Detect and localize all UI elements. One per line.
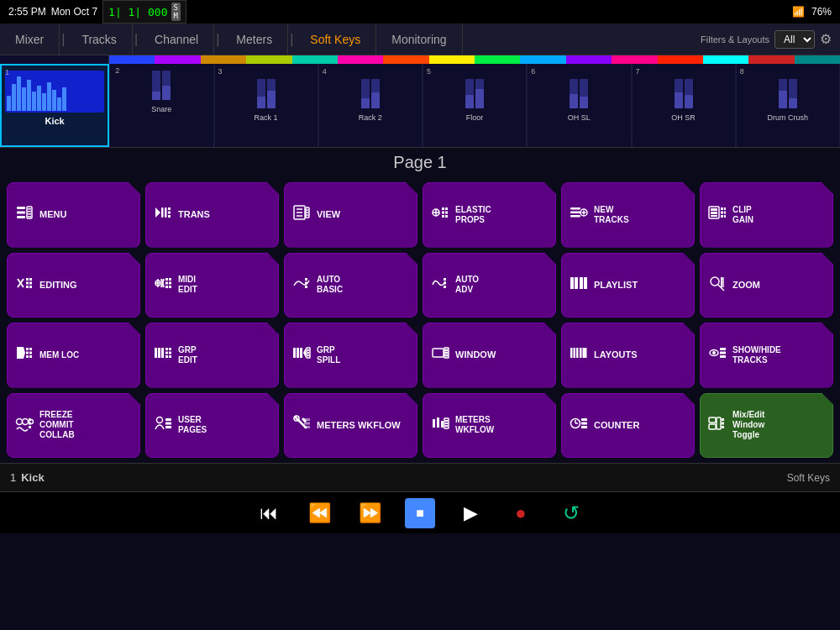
svg-rect-118 bbox=[583, 352, 586, 354]
gear-button[interactable]: ⚙ bbox=[820, 31, 832, 47]
svg-rect-159 bbox=[722, 426, 724, 428]
svg-rect-152 bbox=[581, 422, 587, 424]
softkey-show-hide-tracks[interactable]: SHOW/HIDETRACKS bbox=[700, 323, 833, 388]
bottom-track-name: Kick bbox=[21, 471, 44, 484]
svg-rect-32 bbox=[570, 212, 580, 214]
svg-rect-40 bbox=[711, 215, 717, 217]
softkey-grp-edit[interactable]: GRPEDIT bbox=[145, 323, 279, 388]
softkey-playlist[interactable]: PLAYLIST bbox=[561, 253, 695, 318]
softkey-menu[interactable]: MENU bbox=[7, 182, 140, 248]
svg-rect-51 bbox=[26, 286, 29, 288]
window-icon bbox=[430, 344, 450, 366]
svg-rect-62 bbox=[165, 286, 168, 288]
transport-rewind[interactable]: ⏪ bbox=[304, 498, 334, 528]
tab-monitoring[interactable]: Monitoring bbox=[376, 24, 462, 55]
channel-strip-floor[interactable]: 5 Floor bbox=[423, 64, 527, 147]
softkey-auto-adv[interactable]: AUTOADV bbox=[423, 253, 556, 318]
tab-channel[interactable]: Channel bbox=[139, 24, 214, 55]
channel-strip-rack1[interactable]: 3 Rack 1 bbox=[214, 64, 318, 147]
transport-loop[interactable]: ↺ bbox=[556, 498, 586, 528]
svg-rect-6 bbox=[28, 213, 31, 215]
softkey-clip-gain[interactable]: CLIPGAIN bbox=[700, 182, 833, 248]
transport-goto-start[interactable]: ⏮ bbox=[254, 498, 284, 528]
softkey-mix-edit-toggle[interactable]: Mix/EditWindowToggle bbox=[700, 393, 833, 459]
svg-rect-71 bbox=[444, 286, 446, 288]
softkey-layouts[interactable]: LAYOUTS bbox=[561, 323, 695, 388]
svg-rect-117 bbox=[583, 349, 586, 351]
sm-badge: SM bbox=[171, 3, 181, 21]
battery-indicator: 76% bbox=[811, 6, 832, 18]
svg-rect-70 bbox=[444, 281, 446, 284]
svg-rect-68 bbox=[305, 286, 307, 288]
softkey-meters-wkflow[interactable]: METERSWKFLOW bbox=[423, 393, 556, 459]
tab-tracks[interactable]: Tracks bbox=[66, 24, 132, 55]
softkey-auto-basic-label: AUTOBASIC bbox=[317, 275, 343, 295]
channel-number-kick: 1 bbox=[5, 68, 9, 76]
status-day: Mon Oct 7 bbox=[51, 6, 97, 18]
softkey-auto-basic[interactable]: AUTOBASIC bbox=[284, 253, 417, 318]
svg-rect-158 bbox=[722, 422, 724, 424]
svg-rect-9 bbox=[161, 207, 164, 218]
tab-meters[interactable]: Meters bbox=[221, 24, 288, 55]
softkey-counter-label: COUNTER bbox=[594, 420, 639, 431]
tab-mixer[interactable]: Mixer bbox=[0, 24, 60, 55]
softkey-midi-edit-label: MIDIEDIT bbox=[178, 275, 197, 295]
softkey-window[interactable]: WINDOW bbox=[423, 323, 556, 388]
svg-rect-105 bbox=[307, 354, 309, 356]
transport-fast-forward[interactable]: ⏩ bbox=[354, 498, 385, 528]
channel-strip-snare[interactable]: 2 Snare bbox=[109, 64, 213, 147]
svg-rect-157 bbox=[722, 418, 724, 421]
softkey-midi-edit[interactable]: MIDIEDIT bbox=[145, 253, 279, 318]
softkey-view-label: VIEW bbox=[317, 209, 340, 220]
softkey-new-tracks[interactable]: NEWTRACKS bbox=[561, 182, 695, 248]
svg-rect-2 bbox=[17, 216, 25, 218]
softkey-user-pages-label: USERPAGES bbox=[178, 415, 207, 435]
softkey-editing[interactable]: EDITING bbox=[7, 253, 140, 318]
svg-rect-44 bbox=[724, 207, 726, 210]
status-time: 2:55 PM bbox=[8, 6, 46, 18]
softkey-tools[interactable]: METERS WKFLOW bbox=[284, 393, 417, 459]
channel-strip-rack2[interactable]: 4 Rack 2 bbox=[318, 64, 423, 147]
svg-rect-130 bbox=[29, 426, 31, 428]
softkey-trans[interactable]: TRANS bbox=[145, 182, 279, 248]
svg-rect-4 bbox=[28, 208, 31, 210]
tab-softkeys[interactable]: Soft Keys bbox=[295, 24, 376, 55]
channel-strip-ohsl[interactable]: 6 OH SL bbox=[527, 64, 631, 147]
svg-rect-25 bbox=[442, 207, 444, 210]
softkey-zoom[interactable]: ZOOM bbox=[700, 253, 833, 318]
svg-rect-109 bbox=[445, 349, 448, 351]
new-tracks-icon bbox=[569, 203, 589, 226]
channel-number-2: 2 bbox=[115, 66, 119, 75]
svg-marker-82 bbox=[17, 347, 25, 359]
softkey-mem-loc[interactable]: MEM LOC bbox=[7, 323, 140, 388]
softkey-view[interactable]: VIEW bbox=[284, 182, 417, 248]
svg-rect-79 bbox=[721, 277, 722, 281]
filters-area: Filters & Layouts All ⚙ bbox=[701, 30, 840, 49]
svg-rect-147 bbox=[445, 425, 448, 427]
softkey-counter[interactable]: COUNTER bbox=[561, 393, 695, 459]
transport-record[interactable]: ● bbox=[506, 498, 536, 528]
svg-rect-151 bbox=[581, 418, 587, 421]
softkey-mem-loc-label: MEM LOC bbox=[39, 350, 79, 360]
svg-rect-73 bbox=[575, 277, 578, 289]
softkey-freeze-commit[interactable]: FREEZECOMMITCOLLAB bbox=[7, 393, 140, 459]
channel-strip-kick[interactable]: 1 Kick bbox=[0, 64, 109, 147]
transport-play[interactable]: ▶ bbox=[455, 498, 486, 528]
status-bar: 2:55 PM Mon Oct 7 1| 1| 000 SM 📶 76% bbox=[0, 0, 840, 24]
softkey-grp-spill[interactable]: GRPSPILL bbox=[284, 323, 417, 388]
softkey-grp-edit-label: GRPEDIT bbox=[178, 345, 197, 365]
svg-rect-81 bbox=[721, 286, 722, 287]
transport-stop[interactable]: ■ bbox=[405, 498, 435, 528]
svg-rect-54 bbox=[29, 286, 32, 288]
meters-wkflow-icon bbox=[430, 414, 450, 437]
filters-select[interactable]: All bbox=[774, 30, 815, 49]
softkey-user-pages[interactable]: USERPAGES bbox=[145, 393, 279, 459]
svg-rect-91 bbox=[161, 348, 164, 358]
channel-strip-ohsr[interactable]: 7 OH SR bbox=[632, 64, 736, 147]
tools-icon bbox=[291, 414, 312, 437]
softkey-elastic-props[interactable]: ELASTICPROPS bbox=[423, 182, 556, 248]
status-right: 📶 76% bbox=[792, 6, 832, 18]
svg-rect-5 bbox=[28, 211, 31, 213]
svg-rect-119 bbox=[583, 354, 586, 356]
channel-strip-drumcrush[interactable]: 8 Drum Crush bbox=[736, 64, 840, 147]
